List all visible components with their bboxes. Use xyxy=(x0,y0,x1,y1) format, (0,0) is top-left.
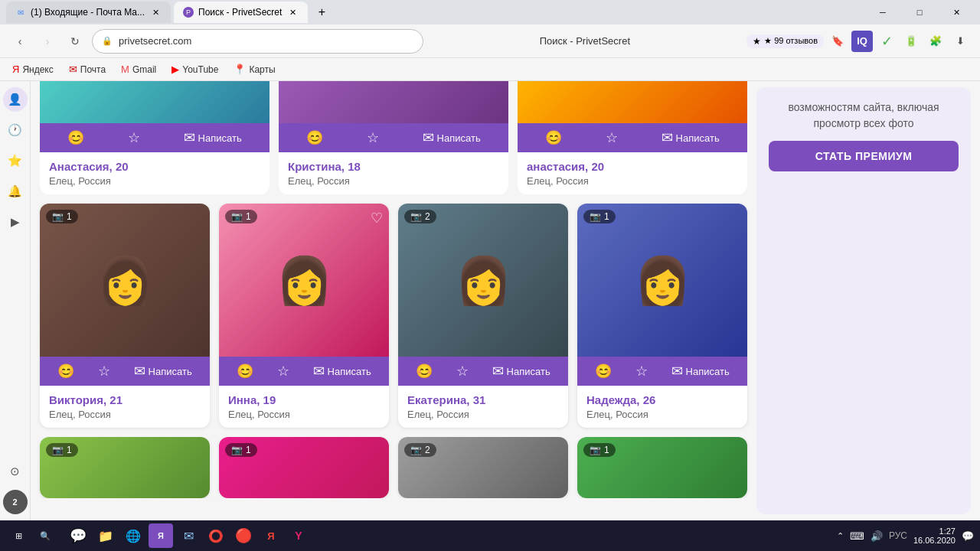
bookmark-maps[interactable]: 📍 Карты xyxy=(227,62,281,77)
sidebar-favorites-icon[interactable]: ⭐ xyxy=(3,148,28,173)
sidebar-history-icon[interactable]: 🕐 xyxy=(3,118,28,142)
restore-button[interactable]: □ xyxy=(902,0,937,24)
taskbar-app-yandex[interactable]: Я xyxy=(149,523,173,548)
bookmark-youtube[interactable]: ▶ YouTube xyxy=(165,62,224,77)
rating-badge[interactable]: ★ ★ 99 отзывов xyxy=(746,34,824,48)
iq-button[interactable]: IQ xyxy=(851,31,873,52)
bottom-card-1[interactable]: 📷 1 xyxy=(40,437,210,498)
address-bar[interactable]: 🔒 privetsecret.com xyxy=(92,29,423,54)
star-btn-v[interactable]: ☆ xyxy=(98,363,110,380)
bookmark-gmail[interactable]: M Gmail xyxy=(115,62,162,77)
write-btn-tc3[interactable]: ✉ Написать xyxy=(662,129,720,146)
bottom-card-2[interactable]: 📷 1 xyxy=(219,437,389,498)
camera-icon-b2: 📷 xyxy=(231,445,243,455)
tab-mail[interactable]: ✉ (1) Входящие - Почта Ма... ✕ xyxy=(6,2,171,23)
star-btn-e[interactable]: ☆ xyxy=(456,363,469,380)
taskbar-app-explorer[interactable]: 📁 xyxy=(93,523,118,548)
star-btn-tc2[interactable]: ☆ xyxy=(367,129,379,146)
extensions-icon[interactable]: 🧩 xyxy=(925,31,946,52)
taskbar-time: 1:27 16.06.2020 xyxy=(913,527,956,545)
mail-tab-close[interactable]: ✕ xyxy=(149,6,162,18)
taskbar-action-center[interactable]: 💬 xyxy=(962,530,974,542)
top-card-3[interactable]: 😊 ☆ ✉ Написать анастасия, 20 Елец, Росси… xyxy=(518,81,747,194)
close-button[interactable]: ✕ xyxy=(939,0,974,24)
card-viktoriya[interactable]: 📷 1 👩 😊 ☆ ✉ Написать xyxy=(40,204,210,428)
bottom-partial-row: 📷 1 📷 1 xyxy=(31,437,756,498)
taskbar-app-edge[interactable]: 🌐 xyxy=(121,523,145,548)
sidebar-notifications-icon[interactable]: 🔔 xyxy=(3,179,28,204)
write-btn-tc2[interactable]: ✉ Написать xyxy=(423,129,481,146)
bookmark-yandex[interactable]: Я Яндекс xyxy=(6,62,60,77)
sidebar-settings-icon[interactable]: ⊙ xyxy=(3,459,28,484)
taskbar-volume-icon[interactable]: 🔊 xyxy=(871,530,883,542)
camera-icon-e: 📷 xyxy=(410,211,422,222)
top-card-2[interactable]: 😊 ☆ ✉ Написать Кристина, 18 Елец, Россия xyxy=(279,81,508,194)
minimize-button[interactable]: ─ xyxy=(865,0,900,24)
camera-icon-i: 📷 xyxy=(231,211,243,222)
top-card-3-location: Елец, Россия xyxy=(527,175,738,187)
bookmark-icon[interactable]: 🔖 xyxy=(827,31,848,52)
sidebar-profile-icon[interactable]: 👤 xyxy=(3,87,28,112)
privet-tab-close[interactable]: ✕ xyxy=(286,6,299,18)
title-bar: ✉ (1) Входящие - Почта Ма... ✕ P Поиск -… xyxy=(0,0,980,24)
star-btn-tc1[interactable]: ☆ xyxy=(128,129,140,146)
bookmark-mail[interactable]: ✉ Почта xyxy=(63,62,112,77)
emoji-btn-tc2[interactable]: 😊 xyxy=(306,129,323,146)
sidebar-badge-icon[interactable]: 2 xyxy=(3,490,28,514)
shield-ok-icon[interactable]: ✓ xyxy=(876,31,897,52)
star-btn-tc3[interactable]: ☆ xyxy=(606,129,618,146)
back-button[interactable]: ‹ xyxy=(9,31,31,52)
taskbar-app-red[interactable]: 🔴 xyxy=(231,523,256,548)
reload-button[interactable]: ↻ xyxy=(64,31,86,52)
taskbar-app-cortana[interactable]: 💬 xyxy=(66,523,90,548)
premium-button[interactable]: СТАТЬ ПРЕМИУМ xyxy=(769,141,959,171)
write-btn-e[interactable]: ✉ Написать xyxy=(492,363,550,380)
taskbar-app-opera[interactable]: ⭕ xyxy=(204,523,228,548)
forward-button[interactable]: › xyxy=(37,31,58,52)
emoji-btn-tc3[interactable]: 😊 xyxy=(545,129,562,146)
emoji-btn-v[interactable]: 😊 xyxy=(57,363,74,380)
bottom-card-4[interactable]: 📷 1 xyxy=(577,437,747,498)
camera-icon-b4: 📷 xyxy=(590,445,601,455)
search-icon: 🔍 xyxy=(40,531,51,541)
taskbar-app-mail[interactable]: ✉ xyxy=(176,523,201,548)
star-btn-n[interactable]: ☆ xyxy=(635,363,648,380)
youtube-icon: ▶ xyxy=(172,64,179,75)
taskbar-notifications[interactable]: ⌃ xyxy=(837,531,844,541)
taskbar-apps: 💬 📁 🌐 Я ✉ ⭕ 🔴 Я Y xyxy=(66,523,311,548)
bottom-card-3[interactable]: 📷 2 xyxy=(398,437,568,498)
photo-count-b1: 📷 1 xyxy=(46,443,78,457)
sidebar-play-icon[interactable]: ▶ xyxy=(3,210,28,234)
camera-icon-n: 📷 xyxy=(590,211,601,222)
content-area: 😊 ☆ ✉ Написать Анастасия, 20 Елец, Росси… xyxy=(31,81,980,520)
new-tab-button[interactable]: + xyxy=(311,2,332,23)
card-inna[interactable]: 📷 1 ♡ 👩 😊 ☆ ✉ Написать xyxy=(219,204,389,428)
maps-icon: 📍 xyxy=(234,64,246,75)
card-ekaterina[interactable]: 📷 2 👩 😊 ☆ ✉ Написать xyxy=(398,204,568,428)
mail-tab-label: (1) Входящие - Почта Ма... xyxy=(31,7,145,18)
start-button[interactable]: ⊞ xyxy=(6,523,31,548)
card-ekaterina-image: 📷 2 👩 xyxy=(398,204,568,357)
emoji-btn-tc1[interactable]: 😊 xyxy=(67,129,84,146)
write-btn-tc1[interactable]: ✉ Написать xyxy=(184,129,242,146)
taskbar-search[interactable]: 🔍 xyxy=(34,528,57,544)
emoji-btn-i[interactable]: 😊 xyxy=(237,363,253,380)
write-btn-i[interactable]: ✉ Написать xyxy=(313,363,371,380)
card-ekaterina-name: Екатерина, 31 xyxy=(407,393,559,406)
taskbar-lang[interactable]: РУС xyxy=(889,530,907,541)
star-btn-i[interactable]: ☆ xyxy=(277,363,289,380)
top-partial-row: 😊 ☆ ✉ Написать Анастасия, 20 Елец, Росси… xyxy=(31,81,756,194)
card-nadezhda[interactable]: 📷 1 👩 😊 ☆ ✉ Написать xyxy=(577,204,747,428)
card-inna-image: 📷 1 ♡ 👩 xyxy=(219,204,389,357)
download-icon[interactable]: ⬇ xyxy=(949,31,971,52)
emoji-btn-e[interactable]: 😊 xyxy=(416,363,433,380)
taskbar-app-yandex2[interactable]: Я xyxy=(259,523,283,548)
bottom-card-1-image: 📷 1 xyxy=(40,437,210,498)
top-card-1[interactable]: 😊 ☆ ✉ Написать Анастасия, 20 Елец, Росси… xyxy=(40,81,270,194)
write-btn-n[interactable]: ✉ Написать xyxy=(671,363,730,380)
heart-button-inna[interactable]: ♡ xyxy=(371,210,383,227)
tab-privet[interactable]: P Поиск - PrivetSecret ✕ xyxy=(174,2,308,23)
emoji-btn-n[interactable]: 😊 xyxy=(595,363,612,380)
taskbar-app-y[interactable]: Y xyxy=(286,523,311,548)
write-btn-v[interactable]: ✉ Написать xyxy=(134,363,192,380)
